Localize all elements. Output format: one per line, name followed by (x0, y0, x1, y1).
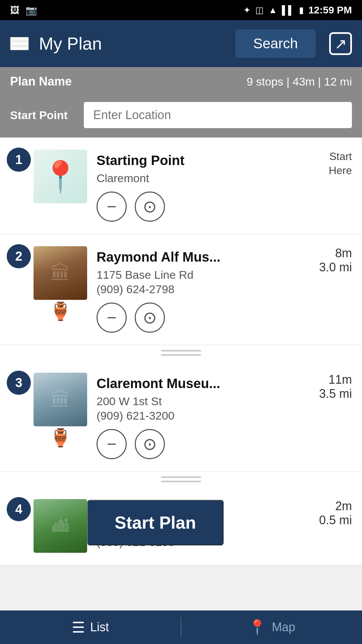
location-stop-1-button[interactable]: ⊙ (135, 192, 165, 222)
stop-number-4: 4 (7, 497, 31, 521)
stop-item-1: 1 📍 Starting Point Claremont − ⊙ StartHe… (0, 138, 362, 234)
stop-item-4: 4 🏙 The 211 (909) 621-3200 2m 0.5 mi Sta… (0, 487, 362, 565)
location-pin-icon-3: ⊙ (143, 434, 157, 454)
search-button[interactable]: Search (235, 30, 316, 58)
nav-list-label: List (90, 620, 109, 634)
aerial-thumb-icon: 🏙 (52, 516, 69, 536)
minus-icon: − (107, 308, 116, 327)
status-bar: 🖼 📷 ✦ ◫ ▲ ▌▌ ▮ 12:59 PM (0, 0, 362, 20)
map-pin-icon: 📍 (42, 159, 79, 194)
bottom-nav: ☰ List 📍 Map (0, 610, 362, 644)
menu-button[interactable] (10, 37, 29, 50)
stop-dist-4: 0.5 mi (319, 513, 352, 527)
museum2-thumb-icon: 🏛 (50, 388, 70, 411)
stop-number-1: 1 (7, 148, 31, 172)
stop-subtitle-1: Claremont (97, 172, 323, 185)
start-point-label: Start Point (10, 109, 77, 122)
location-pin-icon: ⊙ (143, 197, 157, 216)
stop-dist-3: 3.5 mi (319, 387, 352, 401)
nfc-icon: ◫ (255, 5, 264, 15)
share-button[interactable] (329, 32, 352, 55)
stop-info-1: Starting Point Claremont − ⊙ (97, 150, 323, 222)
category-icon-3: 🏺 (34, 428, 87, 448)
start-point-bar: Start Point (0, 96, 362, 138)
start-point-input[interactable] (84, 102, 352, 128)
stop-thumbnail-2: 🏛 (34, 246, 87, 300)
start-plan-button[interactable]: Start Plan (87, 500, 224, 545)
photo-icon: 🖼 (10, 5, 19, 16)
app-title: My Plan (39, 34, 229, 54)
header: My Plan Search (0, 20, 362, 67)
remove-stop-2-button[interactable]: − (97, 303, 127, 333)
stop-actions-1: StartHere (329, 150, 352, 177)
remove-stop-1-button[interactable]: − (97, 192, 127, 222)
museum-thumb-icon: 🏛 (50, 262, 70, 285)
wifi-icon: ▲ (268, 5, 277, 15)
stop-item-3: 3 🏛 🏺 Claremont Museu... 200 W 1st St (9… (0, 361, 362, 472)
status-time: 12:59 PM (308, 4, 352, 16)
stop-name-3: Claremont Museu... (97, 375, 314, 392)
minus-icon: − (107, 197, 116, 216)
stop-time-4: 2m (319, 499, 352, 513)
location-pin-icon-2: ⊙ (143, 308, 157, 327)
stop-info-3: Claremont Museu... 200 W 1st St (909) 62… (97, 373, 314, 459)
share-icon (329, 32, 352, 55)
stop-thumbnail-1: 📍 (34, 150, 87, 203)
plan-info-bar: Plan Name 9 stops | 43m | 12 mi (0, 67, 362, 96)
stop-time-3: 11m (319, 373, 352, 387)
stop-time-2: 8m (319, 246, 352, 260)
nav-map-label: Map (272, 620, 295, 634)
stop-actions-2: 8m 3.0 mi (319, 246, 352, 274)
plan-stats: 9 stops | 43m | 12 mi (247, 75, 352, 88)
minus-icon: − (107, 434, 116, 454)
location-stop-2-button[interactable]: ⊙ (135, 303, 165, 333)
stop-phone-3: (909) 621-3200 (97, 409, 314, 422)
stop-address-3: 200 W 1st St (97, 395, 314, 408)
battery-icon: ▮ (299, 5, 304, 15)
category-icon-2: 🏺 (34, 301, 87, 322)
stop-address-2: 1175 Base Line Rd (97, 268, 314, 281)
stop-name-1: Starting Point (97, 152, 323, 169)
drag-handle-2[interactable] (0, 345, 362, 361)
remove-stop-3-button[interactable]: − (97, 429, 127, 459)
stop-phone-2: (909) 624-2798 (97, 283, 314, 296)
stop-dist-2: 3.0 mi (319, 260, 352, 274)
stops-list: 1 📍 Starting Point Claremont − ⊙ StartHe… (0, 138, 362, 565)
stop-name-2: Raymond Alf Mus... (97, 248, 314, 266)
stop-number-3: 3 (7, 371, 31, 395)
status-right-icons: ✦ ◫ ▲ ▌▌ ▮ 12:59 PM (243, 4, 352, 16)
signal-icon: ▌▌ (282, 5, 294, 15)
nav-list-item[interactable]: ☰ List (0, 619, 181, 636)
stop-info-2: Raymond Alf Mus... 1175 Base Line Rd (90… (97, 246, 314, 333)
map-icon: 📍 (248, 619, 266, 636)
stop-item-2: 2 🏛 🏺 Raymond Alf Mus... 1175 Base Line … (0, 234, 362, 345)
stop-start-here: StartHere (329, 150, 352, 177)
status-left-icons: 🖼 📷 (10, 5, 37, 16)
stop-number-2: 2 (7, 244, 31, 268)
list-icon: ☰ (72, 619, 85, 636)
stop-thumbnail-3: 🏛 (34, 373, 87, 426)
nav-map-item[interactable]: 📍 Map (181, 619, 362, 636)
drag-handle-3[interactable] (0, 472, 362, 487)
stop-actions-3: 11m 3.5 mi (319, 373, 352, 401)
camera-icon: 📷 (25, 5, 37, 16)
stop-actions-4: 2m 0.5 mi (319, 499, 352, 527)
location-stop-3-button[interactable]: ⊙ (135, 429, 165, 459)
plan-name-label: Plan Name (10, 74, 72, 89)
bluetooth-icon: ✦ (243, 5, 251, 15)
stop-thumbnail-4: 🏙 (34, 499, 87, 553)
